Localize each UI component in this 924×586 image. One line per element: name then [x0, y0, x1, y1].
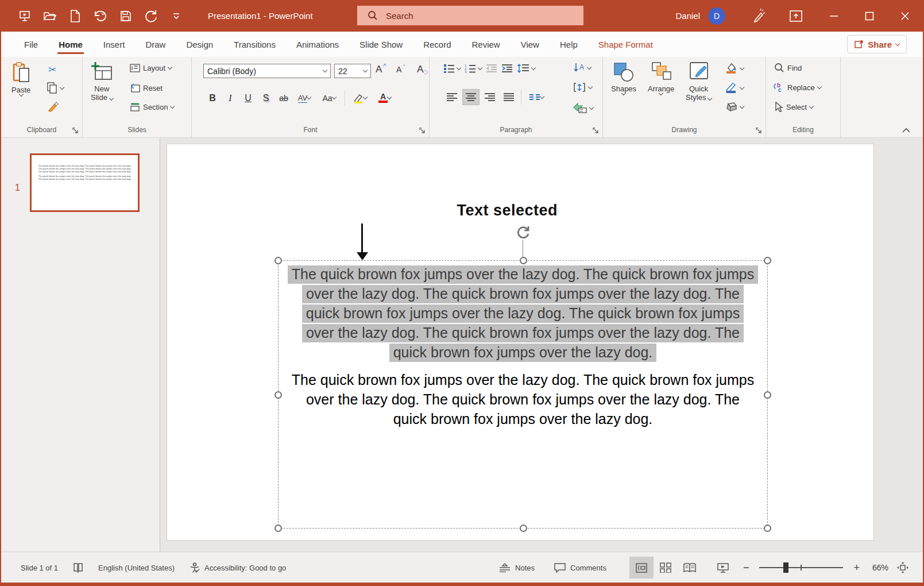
collapse-ribbon-icon[interactable]	[902, 128, 910, 133]
zoom-out-button[interactable]: −	[741, 562, 752, 574]
quick-styles-button[interactable]: QuickStyles	[686, 61, 712, 102]
font-dialog-launcher-icon[interactable]	[419, 128, 426, 134]
new-slide-button[interactable]: NewSlide	[91, 61, 113, 102]
slide-sorter-view-button[interactable]	[654, 557, 678, 579]
font-color-button[interactable]: A	[373, 90, 396, 106]
tab-insert[interactable]: Insert	[93, 34, 136, 55]
replace-button[interactable]: bc Replace	[773, 82, 821, 92]
text-line[interactable]: over the lazy dog. The quick brown fox j…	[279, 390, 767, 409]
new-file-icon[interactable]	[67, 7, 84, 25]
avatar[interactable]: D	[708, 7, 725, 25]
underline-button[interactable]: U	[240, 90, 256, 106]
columns-button[interactable]	[525, 89, 548, 105]
customize-qat-icon[interactable]	[168, 7, 185, 25]
align-text-button[interactable]	[573, 82, 592, 92]
close-button[interactable]	[887, 0, 923, 32]
line-spacing-button[interactable]	[517, 64, 535, 73]
tab-file[interactable]: File	[14, 34, 48, 55]
paragraph-unselected[interactable]: The quick brown fox jumps over the lazy …	[279, 370, 767, 429]
font-name-select[interactable]: Calibri (Body)	[203, 64, 331, 78]
tab-transitions[interactable]: Transitions	[223, 34, 286, 55]
shapes-button[interactable]: Shapes	[611, 61, 636, 95]
change-case-button[interactable]: Aa	[317, 90, 341, 106]
selected-text-line[interactable]: quick brown fox jumps over the lazy dog.…	[302, 304, 744, 323]
paragraph-dialog-launcher-icon[interactable]	[593, 128, 599, 134]
normal-view-button[interactable]	[629, 557, 654, 579]
increase-indent-button[interactable]	[501, 64, 513, 73]
start-slideshow-icon[interactable]	[16, 7, 33, 25]
comments-button[interactable]: Comments	[554, 563, 606, 573]
text-highlight-color-button[interactable]	[349, 90, 372, 106]
tab-animations[interactable]: Animations	[286, 34, 349, 55]
tab-shape-format[interactable]: Shape Format	[588, 34, 663, 55]
layout-button[interactable]: Layout	[130, 64, 172, 72]
redo-icon[interactable]	[142, 7, 160, 25]
zoom-slider-thumb[interactable]	[783, 562, 788, 573]
selected-text-line[interactable]: over the lazy dog. The quick brown fox j…	[302, 285, 744, 303]
grow-font-button[interactable]: A^	[376, 64, 386, 75]
strikethrough-button[interactable]: ab	[276, 90, 292, 106]
selected-text-line[interactable]: The quick brown fox jumps over the lazy …	[288, 265, 758, 284]
text-line[interactable]: The quick brown fox jumps over the lazy …	[279, 370, 767, 390]
editing-mode-icon[interactable]	[741, 0, 776, 32]
shrink-font-button[interactable]: Aˇ	[396, 65, 405, 74]
slideshow-view-button[interactable]	[711, 557, 735, 579]
clear-formatting-button[interactable]: A□	[417, 64, 427, 75]
character-spacing-button[interactable]: AV	[293, 90, 315, 106]
tab-design[interactable]: Design	[176, 34, 223, 55]
paste-button[interactable]: Paste	[11, 61, 30, 96]
text-line[interactable]: quick brown fox jumps over the lazy dog.	[279, 409, 767, 429]
arrange-button[interactable]: Arrange	[648, 61, 674, 95]
tab-help[interactable]: Help	[550, 34, 588, 55]
user-name[interactable]: Daniel	[675, 11, 700, 21]
drawing-dialog-launcher-icon[interactable]	[756, 128, 762, 134]
notes-button[interactable]: Notes	[499, 563, 535, 572]
align-center-button[interactable]	[462, 89, 480, 105]
slide[interactable]: Text selected The quick brown fox jumps …	[167, 144, 874, 541]
undo-icon[interactable]	[92, 7, 109, 25]
clipboard-dialog-launcher-icon[interactable]	[72, 128, 79, 134]
minimize-button[interactable]	[816, 0, 852, 32]
numbering-button[interactable]: 123	[465, 64, 482, 73]
tab-home[interactable]: Home	[48, 34, 93, 55]
maximize-button[interactable]	[852, 0, 887, 32]
fit-slide-to-window-button[interactable]	[896, 561, 909, 574]
selected-text-line[interactable]: quick brown fox jumps over the lazy dog.	[389, 344, 657, 362]
tab-slide-show[interactable]: Slide Show	[349, 34, 413, 55]
search-input[interactable]: Search	[357, 6, 583, 25]
language-indicator[interactable]: English (United States)	[98, 564, 175, 572]
slide-thumbnail[interactable]: The quick brown fox jumps over the lazy …	[30, 153, 140, 212]
save-icon[interactable]	[117, 7, 134, 25]
zoom-slider[interactable]	[759, 562, 843, 573]
text-box[interactable]: The quick brown fox jumps over the lazy …	[278, 260, 768, 529]
paragraph-selected[interactable]: The quick brown fox jumps over the lazy …	[279, 264, 767, 362]
resize-handle-top-right[interactable]	[764, 257, 771, 264]
align-right-button[interactable]	[481, 89, 498, 105]
resize-handle-top-center[interactable]	[520, 257, 527, 264]
shape-effects-button[interactable]	[725, 102, 744, 112]
accessibility-status[interactable]: Accessibility: Good to go	[190, 562, 286, 573]
resize-handle-bottom-right[interactable]	[764, 525, 771, 532]
select-button[interactable]: Select	[774, 102, 813, 112]
tab-review[interactable]: Review	[462, 34, 511, 55]
shape-fill-button[interactable]	[725, 63, 744, 74]
ribbon-display-options-icon[interactable]	[776, 0, 816, 32]
shape-outline-button[interactable]	[725, 82, 744, 94]
resize-handle-bottom-center[interactable]	[520, 525, 527, 532]
bullets-button[interactable]	[443, 64, 461, 73]
format-painter-button[interactable]	[47, 102, 59, 113]
tab-view[interactable]: View	[511, 34, 550, 55]
reading-view-button[interactable]	[678, 557, 702, 579]
font-size-select[interactable]: 22	[334, 64, 371, 78]
section-button[interactable]: Section	[130, 103, 174, 111]
bold-button[interactable]: B	[204, 90, 221, 106]
resize-handle-top-left[interactable]	[275, 257, 282, 264]
spell-check-button[interactable]	[73, 562, 83, 573]
open-icon[interactable]	[41, 7, 59, 25]
zoom-in-button[interactable]: +	[851, 562, 862, 574]
justify-button[interactable]	[500, 89, 517, 105]
resize-handle-bottom-left[interactable]	[275, 525, 282, 532]
copy-button[interactable]	[47, 82, 64, 94]
convert-to-smartart-button[interactable]	[573, 103, 593, 113]
text-direction-button[interactable]: A	[573, 63, 591, 73]
